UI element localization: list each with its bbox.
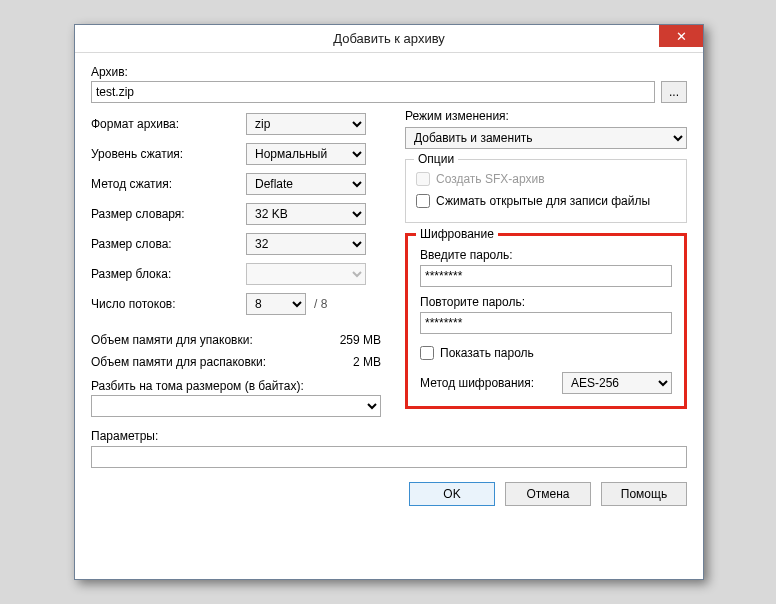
sfx-checkbox (416, 172, 430, 186)
browse-button[interactable]: ... (661, 81, 687, 103)
threads-max: / 8 (314, 297, 327, 311)
encryption-legend: Шифрование (416, 227, 498, 241)
ok-button[interactable]: OK (409, 482, 495, 506)
password-repeat-input[interactable] (420, 312, 672, 334)
help-button[interactable]: Помощь (601, 482, 687, 506)
word-select[interactable]: 32 (246, 233, 366, 255)
button-bar: OK Отмена Помощь (91, 482, 687, 506)
method-label: Метод сжатия: (91, 177, 246, 191)
cancel-button[interactable]: Отмена (505, 482, 591, 506)
mem-pack-label: Объем памяти для упаковки: (91, 333, 253, 347)
format-select[interactable]: zip (246, 113, 366, 135)
show-password-label: Показать пароль (440, 346, 534, 360)
block-select (246, 263, 366, 285)
close-icon: ✕ (676, 29, 687, 44)
split-combo[interactable] (91, 395, 381, 417)
dialog-body: Архив: ... Формат архива: zip Уровень сж… (75, 53, 703, 516)
left-column: Формат архива: zip Уровень сжатия: Норма… (91, 109, 381, 417)
dialog-window: Добавить к архиву ✕ Архив: ... Формат ар… (74, 24, 704, 580)
mem-pack-value: 259 MB (340, 333, 381, 347)
ellipsis-icon: ... (669, 85, 679, 99)
level-select[interactable]: Нормальный (246, 143, 366, 165)
options-legend: Опции (414, 152, 458, 166)
dict-label: Размер словаря: (91, 207, 246, 221)
password-input[interactable] (420, 265, 672, 287)
params-input[interactable] (91, 446, 687, 468)
threads-select[interactable]: 8 (246, 293, 306, 315)
block-label: Размер блока: (91, 267, 246, 281)
titlebar: Добавить к архиву ✕ (75, 25, 703, 53)
show-password-checkbox[interactable] (420, 346, 434, 360)
dict-select[interactable]: 32 KB (246, 203, 366, 225)
enc-method-select[interactable]: AES-256 (562, 372, 672, 394)
mode-label: Режим изменения: (405, 109, 687, 123)
sfx-label: Создать SFX-архив (436, 172, 545, 186)
params-label: Параметры: (91, 429, 687, 443)
window-title: Добавить к архиву (75, 31, 703, 46)
password-label: Введите пароль: (420, 248, 672, 262)
format-label: Формат архива: (91, 117, 246, 131)
method-select[interactable]: Deflate (246, 173, 366, 195)
archive-label: Архив: (91, 65, 687, 79)
threads-label: Число потоков: (91, 297, 246, 311)
mode-select[interactable]: Добавить и заменить (405, 127, 687, 149)
mem-unpack-label: Объем памяти для распаковки: (91, 355, 266, 369)
archive-path-input[interactable] (91, 81, 655, 103)
encryption-group: Шифрование Введите пароль: Повторите пар… (405, 233, 687, 409)
password-repeat-label: Повторите пароль: (420, 295, 672, 309)
split-label: Разбить на тома размером (в байтах): (91, 379, 381, 393)
mem-unpack-value: 2 MB (353, 355, 381, 369)
word-label: Размер слова: (91, 237, 246, 251)
enc-method-label: Метод шифрования: (420, 376, 562, 390)
options-group: Опции Создать SFX-архив Сжимать открытые… (405, 159, 687, 223)
compress-open-checkbox[interactable] (416, 194, 430, 208)
compress-open-label: Сжимать открытые для записи файлы (436, 194, 650, 208)
right-column: Режим изменения: Добавить и заменить Опц… (405, 109, 687, 417)
level-label: Уровень сжатия: (91, 147, 246, 161)
close-button[interactable]: ✕ (659, 25, 703, 47)
